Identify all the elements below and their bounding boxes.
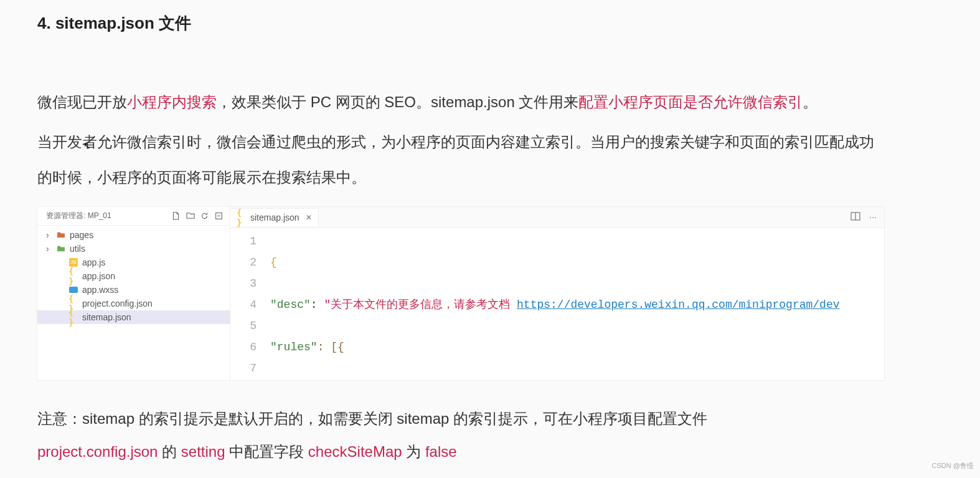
line-number: 4: [230, 294, 257, 315]
code-l4-comma: ,: [385, 379, 392, 380]
code-l3-key: "rules": [270, 337, 318, 358]
more-icon[interactable]: ···: [869, 212, 877, 222]
code-l4-key: "action": [270, 379, 324, 380]
chevron-icon: ›: [46, 230, 52, 240]
code-l2-key: "desc": [270, 294, 311, 315]
json-icon: { }: [68, 271, 78, 281]
cursor-icon: ↖: [83, 141, 91, 151]
paragraph-2: 当开发者允许微信索引时，微信会通过爬虫的形式，为小程序的页面内容建立索引。当用户…: [37, 124, 884, 196]
watermark: CSDN @鲁慢: [932, 461, 974, 471]
fn-r4: false: [425, 443, 457, 460]
fn-t2: 的: [158, 443, 181, 460]
line-number: 6: [230, 337, 257, 358]
p1-t1: 微信现已开放: [37, 93, 127, 110]
line-number: 7: [230, 358, 257, 379]
tree-item-app-wxss[interactable]: app.wxss: [37, 283, 230, 297]
ide-screenshot: 资源管理器: MP_01 ›pages›utilsJSapp.js{ }app.…: [37, 207, 884, 380]
gutter: 1234567: [230, 231, 268, 380]
fn-t1: 注意：sitemap 的索引提示是默认开启的，如需要关闭 sitemap 的索引…: [37, 410, 707, 427]
code-l2-str: "关于本文件的更多信息，请参考文档: [324, 294, 517, 315]
editor-area: { } sitemap.json ✕ ··· 1234567 { "desc":…: [230, 207, 884, 380]
new-file-icon[interactable]: [171, 211, 181, 221]
fn-r2: setting: [181, 443, 225, 460]
refresh-icon[interactable]: [200, 211, 209, 221]
tab-sitemap[interactable]: { } sitemap.json ✕: [230, 208, 319, 226]
tree-item-app-json[interactable]: { }app.json: [37, 269, 230, 283]
tab-bar: { } sitemap.json ✕ ···: [230, 207, 884, 228]
split-editor-icon[interactable]: [850, 212, 860, 222]
json-icon: { }: [68, 312, 78, 322]
line-number: 3: [230, 273, 257, 294]
tree-item-label: sitemap.json: [82, 312, 131, 322]
line-number: 5: [230, 315, 257, 337]
code-l3-rest: : [{: [318, 337, 344, 358]
tree-item-project-config-json[interactable]: { }project.config.json: [37, 297, 230, 310]
section-heading: 4. sitemap.json 文件: [37, 12, 943, 34]
tree-item-app-js[interactable]: JSapp.js: [37, 256, 230, 269]
tree-item-label: app.json: [82, 271, 115, 281]
tree-item-sitemap-json[interactable]: { }sitemap.json: [37, 310, 230, 324]
folder-icon: [56, 230, 66, 240]
collapse-icon[interactable]: [214, 211, 224, 221]
explorer-title: 资源管理器: MP_01: [46, 211, 166, 221]
code-l1: {: [270, 252, 277, 273]
tree-item-label: utils: [70, 244, 85, 254]
tree-item-label: pages: [70, 230, 93, 240]
explorer-header: 资源管理器: MP_01: [37, 207, 230, 226]
p1-r1: 小程序内搜索: [127, 93, 217, 110]
footer-note: 注意：sitemap 的索引提示是默认开启的，如需要关闭 sitemap 的索引…: [37, 403, 884, 469]
tree-item-utils[interactable]: ›utils: [37, 242, 230, 256]
code-lines: { "desc": "关于本文件的更多信息，请参考文档 https://deve…: [268, 231, 884, 380]
fn-t3: 中配置字段: [225, 443, 308, 460]
tab-label: sitemap.json: [250, 213, 299, 222]
file-tree: ›pages›utilsJSapp.js{ }app.jsonapp.wxss{…: [37, 226, 230, 327]
tree-item-label: app.wxss: [82, 285, 118, 295]
p1-t2: ，效果类似于 PC 网页的 SEO。sitemap.json 文件用来: [217, 93, 578, 110]
line-number: 2: [230, 252, 257, 273]
tree-item-label: project.config.json: [82, 299, 153, 308]
p1-r2: 配置小程序页面是否允许微信索引: [578, 93, 803, 110]
new-folder-icon[interactable]: [186, 211, 195, 221]
fn-t4: 为: [402, 443, 425, 460]
code-l2-link[interactable]: https://developers.weixin.qq.com/minipro…: [517, 294, 839, 315]
tree-item-label: app.js: [82, 257, 105, 267]
fn-r3: checkSiteMap: [308, 443, 402, 460]
p1-t3: 。: [803, 93, 817, 110]
code-view: 1234567 { "desc": "关于本文件的更多信息，请参考文档 http…: [230, 228, 884, 380]
json-icon: { }: [237, 213, 247, 222]
tree-item-pages[interactable]: ›pages: [37, 228, 230, 242]
line-number: 1: [230, 231, 257, 252]
explorer-panel: 资源管理器: MP_01 ›pages›utilsJSapp.js{ }app.…: [37, 207, 230, 380]
close-icon[interactable]: ✕: [306, 213, 312, 222]
code-l4-val: "allow": [337, 379, 385, 380]
folder-icon: [56, 244, 66, 254]
chevron-icon: ›: [46, 244, 52, 254]
code-l2-colon: :: [311, 294, 324, 315]
fn-r1: project.config.json: [37, 443, 158, 460]
paragraph-1: 微信现已开放小程序内搜索，效果类似于 PC 网页的 SEO。sitemap.js…: [37, 84, 884, 120]
